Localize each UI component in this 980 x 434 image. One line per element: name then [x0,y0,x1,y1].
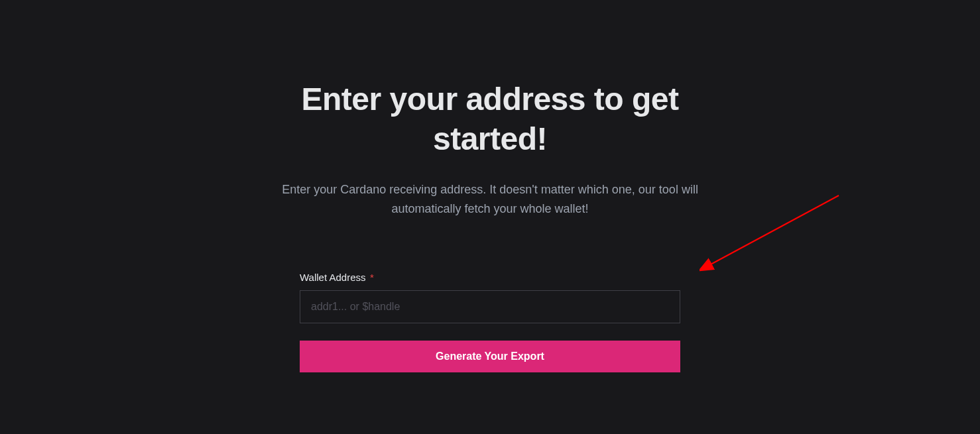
wallet-address-input[interactable] [300,290,680,323]
generate-export-button[interactable]: Generate Your Export [300,341,680,372]
wallet-address-label: Wallet Address [300,272,366,283]
wallet-label-row: Wallet Address * [300,272,680,284]
wallet-form: Wallet Address * Generate Your Export [300,272,680,372]
required-indicator: * [370,272,374,283]
page-subtitle: Enter your Cardano receiving address. It… [248,180,732,219]
main-container: Enter your address to get started! Enter… [245,80,735,372]
page-heading: Enter your address to get started! [245,80,735,159]
